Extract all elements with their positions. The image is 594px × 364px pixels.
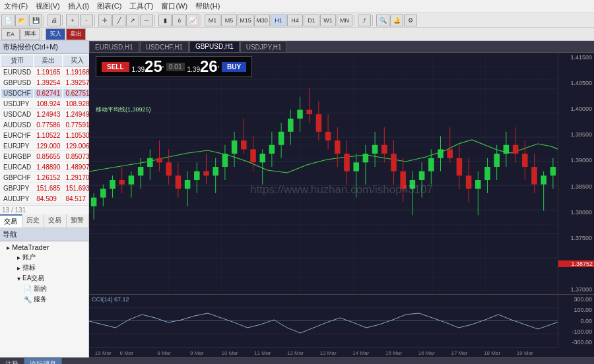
indicator-btn[interactable]: 𝑓 (358, 15, 371, 26)
bottom-tab-forum[interactable]: 论坛消息 (24, 358, 62, 364)
menu-chart[interactable]: 图表(C) (93, 1, 125, 11)
market-row[interactable]: EURUSD1.191651.19168 (1, 68, 92, 77)
menu-insert[interactable]: 插入(I) (64, 1, 93, 11)
chart-tab-usdchf[interactable]: USDCHF,H1 (140, 42, 189, 52)
period-m1[interactable]: M1 (205, 15, 220, 26)
nav-account[interactable]: ▸ 账户 (12, 252, 87, 262)
time-2: 8 Mar (157, 350, 170, 356)
sell-button[interactable]: SELL (102, 62, 129, 72)
spread-display: 0.01 (166, 63, 184, 71)
chart-tab-eurusd[interactable]: EURUSD,H1 (89, 42, 139, 52)
alert-btn[interactable]: 🔔 (390, 15, 403, 26)
nav-metatrader[interactable]: ▸ MetaTrader (1, 243, 87, 252)
tab-exchange[interactable]: 交易 (0, 214, 22, 228)
buy-btn[interactable]: 买入 (46, 28, 65, 40)
time-7: 13 Mar (320, 350, 337, 356)
time-0: 19 Mar (95, 350, 112, 356)
period-m5[interactable]: M5 (221, 15, 237, 26)
bottom-tab-notes[interactable]: 注释 (0, 358, 24, 364)
market-row[interactable]: USDCAD1.249431.24949 (1, 110, 92, 119)
tab-history[interactable]: 历史 (22, 214, 45, 228)
menu-tools[interactable]: 工具(T) (125, 1, 157, 11)
menu-window[interactable]: 窗口(W) (157, 1, 191, 11)
market-row[interactable]: AUDJPY84.50984.517 (1, 195, 92, 204)
nav-service[interactable]: 🔧 服务 (18, 294, 87, 305)
time-axis: 19 Mar 6 Mar 8 Mar 9 Mar 10 Mar 11 Mar 1… (89, 347, 594, 357)
zoom-out-btn[interactable]: - (80, 15, 93, 26)
line-chart-btn[interactable]: 📈 (186, 15, 199, 26)
crosshair-btn[interactable]: ✛ (98, 15, 112, 26)
candlestick-chart[interactable] (89, 53, 558, 294)
bar-chart-btn[interactable]: ▮ (158, 15, 172, 26)
price-tick-0: 1.41500 (558, 54, 594, 61)
indicator-chart[interactable]: CCI(14) 67.12 (89, 295, 558, 347)
zoom-in-btn[interactable]: + (66, 15, 79, 26)
new-chart-btn[interactable]: 📄 (1, 15, 15, 26)
buy-big: 26 (200, 59, 218, 75)
period-d1[interactable]: D1 (304, 15, 319, 26)
market-table: 货币 卖出 买入 EURUSD1.191651.19168GBPUSD1.392… (0, 54, 93, 205)
cci-tick-2: 0.00 (558, 318, 594, 324)
time-3: 9 Mar (190, 350, 203, 356)
tab-alert[interactable]: 预警 (67, 214, 89, 228)
line-btn[interactable]: ╱ (112, 15, 125, 26)
candle-btn[interactable]: 🕯 (172, 15, 185, 26)
market-watch-title: 市场报价(Ctrl+M) (0, 41, 88, 54)
indicator-axis: 300.00 100.00 0.00 -100.00 -300.00 (558, 295, 594, 347)
script-btn[interactable]: 脚本 (20, 28, 40, 40)
market-row[interactable]: USDJPY108.924108.928 (1, 100, 92, 109)
ea-icon: ▾ (17, 275, 20, 282)
market-row[interactable]: EURGBP0.856550.85073 (1, 152, 92, 162)
nav-ea[interactable]: ▾ EA交易 (12, 273, 87, 284)
print-btn[interactable]: 🖨 (48, 15, 61, 26)
trend-btn[interactable]: ↗ (126, 15, 139, 26)
col-symbol: 货币 (1, 55, 33, 67)
chart-tab-usdjpy[interactable]: USDJPY,H1 (240, 42, 288, 52)
open-btn[interactable]: 📂 (15, 15, 28, 26)
market-row[interactable]: EURCHF1.105221.10530 (1, 131, 92, 140)
sidebar: 市场报价(Ctrl+M) 货币 卖出 买入 EURUSD1.191651.191… (0, 41, 89, 357)
time-4: 10 Mar (222, 350, 238, 356)
period-h4[interactable]: H4 (287, 15, 303, 26)
chart-tab-gbpusd[interactable]: GBPUSD,H1 (189, 41, 240, 52)
market-row[interactable]: GBPUSD1.392541.39257 (1, 78, 92, 88)
menu-file[interactable]: 文件(F) (0, 1, 32, 11)
nav-tree: ▸ MetaTrader ▸ 账户 ▸ 指标 ▾ EA交易 (0, 241, 88, 306)
tab-trade2[interactable]: 交易 (44, 214, 67, 228)
nav-indicator[interactable]: ▸ 指标 (12, 262, 87, 273)
menu-help[interactable]: 帮助(H) (191, 1, 224, 11)
market-row[interactable]: USDCHF0.627410.62751 (1, 89, 92, 98)
market-count: 13 / 131 (0, 205, 88, 214)
expert-btn[interactable]: EA (1, 28, 20, 40)
buy-suffix: ' (218, 65, 219, 74)
navigator-title: 导航 (0, 228, 88, 241)
menu-bar: 文件(F) 视图(V) 插入(I) 图表(C) 工具(T) 窗口(W) 帮助(H… (0, 0, 594, 13)
chart-inner[interactable]: 1.41500 1.40500 1.40000 1.39500 1.39000 … (89, 53, 594, 294)
indicator-area: CCI(14) 67.12 300.00 100.00 0.00 -100.00… (89, 294, 594, 347)
market-row[interactable]: AUDUSD0.775860.77591 (1, 121, 92, 130)
new-icon: 📄 (24, 286, 32, 293)
market-row[interactable]: GBPJPY151.685151.693 (1, 184, 92, 193)
hline-btn[interactable]: ─ (140, 15, 153, 26)
market-row[interactable]: EURCAD1.488901.48907 (1, 163, 92, 172)
period-m30[interactable]: M30 (254, 15, 270, 26)
period-mn[interactable]: MN (337, 15, 352, 26)
period-h1[interactable]: H1 (271, 15, 286, 26)
buy-price-display: 1.39 26 ' (187, 59, 219, 75)
period-m15[interactable]: M15 (238, 15, 253, 26)
buy-button[interactable]: BUY (222, 62, 246, 72)
sell-suffix: ' (162, 65, 164, 74)
trade-overlay: SELL 1.39 25 ' 0.01 1.39 26 ' BUY (96, 56, 252, 77)
settings-btn[interactable]: ⚙ (404, 15, 417, 26)
market-row[interactable]: GBPCHF1.261521.29170 (1, 173, 92, 183)
period-w1[interactable]: W1 (320, 15, 336, 26)
sell-btn[interactable]: 卖出 (66, 28, 86, 40)
time-12: 18 Mar (484, 350, 500, 356)
save-btn[interactable]: 💾 (29, 15, 42, 26)
market-row[interactable]: EURJPY129.000129.006 (1, 142, 92, 151)
nav-new[interactable]: 📄 新的 (18, 284, 87, 294)
time-1: 6 Mar (120, 350, 133, 356)
time-10: 16 Mar (418, 350, 435, 356)
search-btn[interactable]: 🔍 (376, 15, 389, 26)
menu-view[interactable]: 视图(V) (32, 1, 64, 11)
